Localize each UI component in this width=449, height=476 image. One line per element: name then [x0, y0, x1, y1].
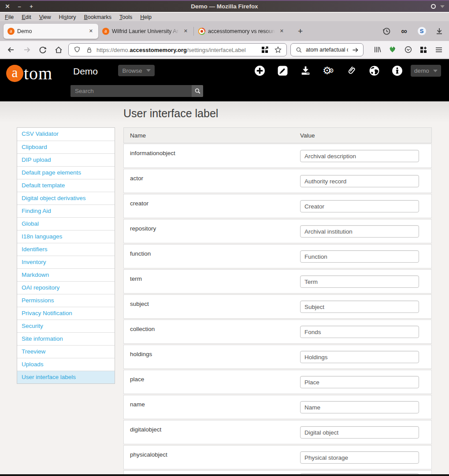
label-value-input[interactable]	[300, 250, 419, 263]
bookmark-star-icon[interactable]	[274, 45, 282, 54]
window-close-button[interactable]: ✕	[4, 3, 11, 10]
back-icon[interactable]	[7, 45, 15, 54]
label-value-input[interactable]	[300, 200, 419, 212]
hamburger-menu-icon[interactable]	[434, 45, 443, 54]
grid-extension-icon[interactable]	[260, 45, 269, 54]
menu-file[interactable]: File	[1, 14, 18, 20]
tab-close-icon[interactable]: ✕	[278, 28, 285, 34]
tab-1[interactable]: aDemo✕	[4, 24, 98, 39]
label-value-input[interactable]	[300, 150, 419, 162]
window-minimize-button[interactable]: –	[16, 3, 22, 10]
mask-extension-icon[interactable]: ∞	[400, 27, 408, 36]
search-query[interactable]: atom artefactual oai-	[306, 47, 348, 53]
browse-label: Browse	[122, 67, 142, 74]
label-name: collection	[130, 326, 155, 332]
sidebar-item-clipboard[interactable]: Clipboard	[17, 141, 115, 153]
label-value-input[interactable]	[300, 326, 419, 338]
resourcespace-favicon	[198, 28, 205, 35]
label-name: actor	[130, 175, 143, 182]
tab-title: Wilfrid Laurier University Archives	[112, 28, 180, 34]
sidebar-item-identifiers[interactable]: Identifiers	[17, 243, 115, 256]
tab-3[interactable]: accesstomemory vs resourcespac✕	[194, 24, 289, 39]
s-extension-icon[interactable]: S	[417, 27, 426, 36]
sidebar-item-privacy-notification[interactable]: Privacy Notification	[17, 307, 115, 320]
new-tab-button[interactable]: +	[298, 27, 303, 35]
shield-icon[interactable]	[73, 45, 82, 54]
sidebar-item-uploads[interactable]: Uploads	[17, 358, 115, 371]
reload-icon[interactable]	[38, 45, 47, 54]
atom-logo-a: a	[6, 65, 23, 82]
label-value-input[interactable]	[300, 275, 419, 288]
sidebar-item-default-page-elements[interactable]: Default page elements	[17, 166, 115, 179]
page-content: User interface label CSV ValidatorClipbo…	[0, 101, 449, 474]
label-value-input[interactable]	[300, 175, 419, 187]
forward-icon[interactable]	[22, 45, 31, 54]
sidebar-item-inventory[interactable]: Inventory	[17, 256, 115, 268]
label-value-input[interactable]	[300, 451, 419, 464]
label-value-input[interactable]	[300, 401, 419, 413]
menu-help[interactable]: Help	[136, 14, 156, 20]
titlebar-menu-button[interactable]	[431, 1, 445, 12]
menu-edit[interactable]: Edit	[18, 14, 35, 20]
site-name-link[interactable]: Demo	[73, 66, 98, 77]
library-icon[interactable]	[373, 45, 382, 54]
home-icon[interactable]	[54, 45, 63, 54]
tab-2[interactable]: aWilfrid Laurier University Archives✕	[98, 24, 193, 39]
label-value-input[interactable]	[300, 225, 419, 238]
menu-bookmarks[interactable]: Bookmarks	[80, 14, 116, 20]
window-bottom-edge	[0, 474, 449, 476]
table-row: physicalobject	[123, 445, 432, 469]
sidebar-item-markdown[interactable]: Markdown	[17, 268, 115, 281]
clipboard-paperclip-icon[interactable]	[345, 65, 357, 76]
extensions-icon[interactable]	[419, 45, 428, 54]
import-icon[interactable]	[300, 65, 311, 76]
sidebar-item-default-template[interactable]: Default template	[17, 179, 115, 192]
site-header: a tom Demo Browse ⚙⚙ demo	[0, 59, 449, 101]
sidebar-item-global[interactable]: Global	[17, 217, 115, 230]
edit-icon[interactable]	[277, 65, 288, 76]
menu-history[interactable]: History	[55, 14, 80, 20]
menu-view[interactable]: View	[35, 14, 55, 20]
site-search-button[interactable]	[192, 85, 203, 97]
window-maximize-button[interactable]: +	[28, 3, 34, 10]
sidebar-item-permissions[interactable]: Permissions	[17, 294, 115, 307]
tab-close-icon[interactable]: ✕	[182, 28, 189, 34]
search-bar[interactable]: atom artefactual oai-	[290, 43, 364, 56]
menu-bar: FileEditViewHistoryBookmarksToolsHelp	[0, 13, 449, 21]
label-value-input[interactable]	[300, 376, 419, 388]
menu-tools[interactable]: Tools	[115, 14, 136, 20]
atom-logo[interactable]: a tom	[6, 63, 52, 84]
label-value-input[interactable]	[300, 351, 419, 363]
fox-extension-icon[interactable]	[388, 45, 397, 54]
label-value-input[interactable]	[300, 426, 419, 439]
sidebar-item-i18n-languages[interactable]: I18n languages	[17, 230, 115, 243]
tab-bar: aDemo✕aWilfrid Laurier University Archiv…	[0, 21, 449, 41]
sidebar-item-oai-repository[interactable]: OAI repository	[17, 281, 115, 294]
user-menu-button[interactable]: demo	[411, 65, 441, 77]
browse-menu-button[interactable]: Browse	[118, 65, 155, 76]
table-header: Name Value	[123, 127, 432, 143]
pocket-icon[interactable]	[404, 45, 412, 54]
sidebar-item-csv-validator[interactable]: CSV Validator	[17, 128, 115, 141]
lock-icon[interactable]	[85, 45, 93, 54]
sidebar-item-dip-upload[interactable]: DIP upload	[17, 153, 115, 166]
table-row-partial	[123, 470, 432, 474]
label-value-input[interactable]	[300, 301, 419, 313]
sidebar-item-security[interactable]: Security	[17, 320, 115, 332]
language-globe-icon[interactable]	[368, 65, 380, 76]
downloads-icon[interactable]	[435, 27, 444, 36]
sidebar-item-digital-object-derivatives[interactable]: Digital object derivatives	[17, 192, 115, 205]
sidebar-item-user-interface-labels[interactable]: User interface labels	[17, 371, 115, 383]
add-icon[interactable]	[254, 65, 265, 76]
tab-close-icon[interactable]: ✕	[88, 28, 94, 34]
history-icon[interactable]	[382, 27, 391, 36]
info-icon[interactable]	[391, 65, 403, 76]
admin-gears-icon[interactable]: ⚙⚙	[323, 65, 334, 76]
sidebar-item-treeview[interactable]: Treeview	[17, 345, 115, 358]
sidebar-item-site-information[interactable]: Site information	[17, 332, 115, 345]
search-go-icon[interactable]	[351, 45, 360, 54]
site-search-input[interactable]	[71, 85, 192, 97]
sidebar-item-finding-aid[interactable]: Finding Aid	[17, 205, 115, 217]
table-row: subject	[123, 294, 432, 319]
url-bar[interactable]: https://demo.accesstomemory.org/settings…	[68, 43, 287, 56]
